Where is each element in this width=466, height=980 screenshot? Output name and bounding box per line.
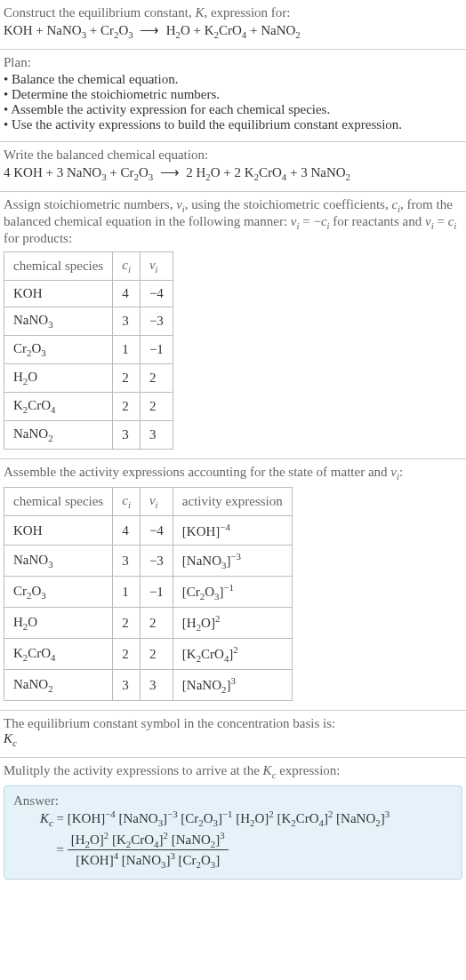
- table-header-row: chemical species ci νi activity expressi…: [4, 488, 293, 516]
- plan-section: Plan: • Balance the chemical equation. •…: [0, 50, 466, 142]
- fraction-numerator: [H2O]2 [K2CrO4]2 [NaNO2]3: [68, 830, 229, 849]
- cell-species: NaNO3: [4, 307, 113, 336]
- fraction: [H2O]2 [K2CrO4]2 [NaNO2]3 [KOH]4 [NaNO3]…: [68, 830, 229, 870]
- col-v: νi: [140, 252, 173, 281]
- cell-v: −3: [140, 546, 173, 577]
- cell-v: 3: [140, 670, 173, 701]
- cell-v: 2: [140, 639, 173, 670]
- cell-activity: [KOH]−4: [173, 516, 292, 546]
- cell-c: 2: [113, 608, 141, 639]
- table-row: H2O22: [4, 364, 173, 393]
- cell-species: NaNO3: [4, 546, 113, 577]
- plan-item: • Determine the stoichiometric numbers.: [4, 87, 462, 102]
- cell-species: Cr2O3: [4, 577, 113, 608]
- table-row: NaNO233[NaNO2]3: [4, 670, 293, 701]
- col-species: chemical species: [4, 252, 113, 281]
- cell-activity: [NaNO2]3: [173, 670, 292, 701]
- table-row: NaNO233: [4, 421, 173, 450]
- table-row: KOH4−4: [4, 281, 173, 307]
- cell-v: −1: [140, 577, 173, 608]
- kc-symbol: Kc: [4, 731, 462, 748]
- stoich-prompt: Assign stoichiometric numbers, νi, using…: [4, 197, 462, 246]
- cell-c: 3: [113, 307, 141, 336]
- final-section: Mulitply the activity expressions to arr…: [0, 758, 466, 888]
- cell-species: K2CrO4: [4, 393, 113, 421]
- cell-species: K2CrO4: [4, 639, 113, 670]
- col-v: νi: [140, 488, 173, 516]
- balanced-equation: 4 KOH + 3 NaNO3 + Cr2O3 ⟶ 2 H2O + 2 K2Cr…: [4, 164, 462, 182]
- col-species: chemical species: [4, 488, 113, 516]
- col-c: ci: [113, 252, 141, 281]
- cell-v: −4: [140, 516, 173, 546]
- table-row: H2O22[H2O]2: [4, 608, 293, 639]
- construct-prompt: Construct the equilibrium constant, K, e…: [4, 5, 462, 20]
- plan-item: • Assemble the activity expression for e…: [4, 102, 462, 117]
- cell-species: H2O: [4, 364, 113, 393]
- kc-symbol-section: The equilibrium constant symbol in the c…: [0, 711, 466, 758]
- answer-label: Answer:: [13, 793, 453, 809]
- col-c: ci: [113, 488, 141, 516]
- cell-c: 2: [113, 639, 141, 670]
- cell-c: 1: [113, 336, 141, 364]
- cell-activity: [NaNO3]−3: [173, 546, 292, 577]
- table-row: NaNO33−3: [4, 307, 173, 336]
- table-row: K2CrO422: [4, 393, 173, 421]
- final-prompt: Mulitply the activity expressions to arr…: [4, 763, 462, 780]
- cell-v: 2: [140, 393, 173, 421]
- activity-section: Assemble the activity expressions accoun…: [0, 459, 466, 711]
- table-row: Cr2O31−1[Cr2O3]−1: [4, 577, 293, 608]
- cell-v: 3: [140, 421, 173, 450]
- cell-c: 2: [113, 364, 141, 393]
- cell-v: 2: [140, 364, 173, 393]
- activity-table: chemical species ci νi activity expressi…: [4, 487, 293, 701]
- cell-v: −1: [140, 336, 173, 364]
- stoich-section: Assign stoichiometric numbers, νi, using…: [0, 192, 466, 459]
- cell-v: −3: [140, 307, 173, 336]
- balanced-prompt: Write the balanced chemical equation:: [4, 147, 462, 163]
- table-header-row: chemical species ci νi: [4, 252, 173, 281]
- unbalanced-equation: KOH + NaNO3 + Cr2O3 ⟶ H2O + K2CrO4 + NaN…: [4, 22, 462, 40]
- cell-species: Cr2O3: [4, 336, 113, 364]
- cell-c: 4: [113, 281, 141, 307]
- balanced-section: Write the balanced chemical equation: 4 …: [0, 142, 466, 192]
- cell-activity: [K2CrO4]2: [173, 639, 292, 670]
- col-activity: activity expression: [173, 488, 292, 516]
- cell-c: 4: [113, 516, 141, 546]
- table-row: KOH4−4[KOH]−4: [4, 516, 293, 546]
- table-row: Cr2O31−1: [4, 336, 173, 364]
- fraction-denominator: [KOH]4 [NaNO3]3 [Cr2O3]: [68, 849, 229, 870]
- kc-expression-fraction: Kc = [H2O]2 [K2CrO4]2 [NaNO2]3 [KOH]4 [N…: [13, 830, 453, 870]
- cell-c: 3: [113, 546, 141, 577]
- cell-v: 2: [140, 608, 173, 639]
- plan-item: • Use the activity expressions to build …: [4, 117, 462, 132]
- cell-c: 1: [113, 577, 141, 608]
- cell-v: −4: [140, 281, 173, 307]
- cell-c: 3: [113, 670, 141, 701]
- cell-species: H2O: [4, 608, 113, 639]
- cell-species: NaNO2: [4, 670, 113, 701]
- cell-c: 3: [113, 421, 141, 450]
- plan-title: Plan:: [4, 55, 462, 70]
- table-row: K2CrO422[K2CrO4]2: [4, 639, 293, 670]
- cell-species: KOH: [4, 516, 113, 546]
- answer-box: Answer: Kc = [KOH]−4 [NaNO3]−3 [Cr2O3]−1…: [4, 785, 462, 880]
- kc-expression-line1: Kc = [KOH]−4 [NaNO3]−3 [Cr2O3]−1 [H2O]2 …: [13, 809, 453, 828]
- plan-list: • Balance the chemical equation. • Deter…: [4, 72, 462, 132]
- cell-species: NaNO2: [4, 421, 113, 450]
- cell-activity: [Cr2O3]−1: [173, 577, 292, 608]
- cell-c: 2: [113, 393, 141, 421]
- table-row: NaNO33−3[NaNO3]−3: [4, 546, 293, 577]
- plan-item: • Balance the chemical equation.: [4, 72, 462, 87]
- header-section: Construct the equilibrium constant, K, e…: [0, 0, 466, 50]
- cell-activity: [H2O]2: [173, 608, 292, 639]
- stoich-table: chemical species ci νi KOH4−4 NaNO33−3 C…: [4, 251, 173, 450]
- kc-symbol-prompt: The equilibrium constant symbol in the c…: [4, 716, 462, 731]
- activity-prompt: Assemble the activity expressions accoun…: [4, 465, 462, 482]
- cell-species: KOH: [4, 281, 113, 307]
